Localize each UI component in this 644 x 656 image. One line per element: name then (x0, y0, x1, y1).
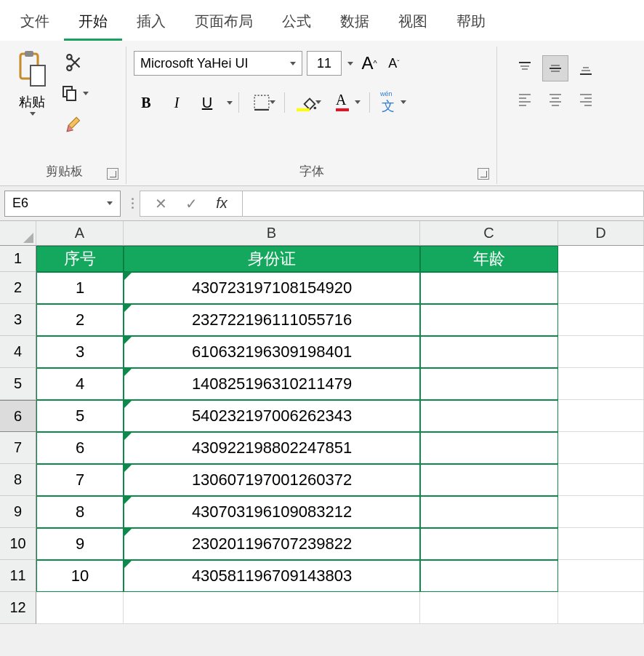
header-age[interactable]: 年龄 (420, 246, 558, 272)
header-id[interactable]: 身份证 (124, 246, 420, 272)
cell[interactable] (558, 496, 644, 528)
row-header[interactable]: 2 (0, 272, 36, 304)
cell-seq[interactable]: 1 (36, 272, 124, 304)
cell[interactable] (558, 368, 644, 400)
col-header-a[interactable]: A (36, 221, 124, 246)
paste-button[interactable]: 粘贴 (10, 47, 54, 119)
cell-id[interactable]: 430703196109083212 (124, 496, 420, 528)
tab-layout[interactable]: 页面布局 (180, 6, 267, 41)
cell-id[interactable]: 232722196111055716 (124, 304, 420, 336)
cell-seq[interactable]: 2 (36, 304, 124, 336)
cell-id[interactable]: 130607197001260372 (124, 464, 420, 496)
cell-seq[interactable]: 8 (36, 496, 124, 528)
cut-button[interactable] (61, 51, 89, 74)
cell-seq[interactable]: 6 (36, 432, 124, 464)
row-header[interactable]: 5 (0, 368, 36, 400)
cell-age[interactable] (420, 272, 558, 304)
copy-button[interactable] (61, 81, 89, 105)
header-seq[interactable]: 序号 (36, 246, 124, 272)
cell[interactable] (558, 304, 644, 336)
cell-age[interactable] (420, 368, 558, 400)
tab-file[interactable]: 文件 (6, 6, 64, 41)
cell[interactable] (558, 400, 644, 432)
borders-button[interactable] (245, 90, 278, 115)
cell-age[interactable] (420, 432, 558, 464)
cancel-formula-button[interactable]: ✕ (146, 191, 175, 216)
cell-id[interactable]: 430581196709143803 (124, 560, 420, 592)
align-left-button[interactable] (512, 86, 538, 112)
col-header-b[interactable]: B (124, 221, 420, 246)
tab-help[interactable]: 帮助 (442, 6, 500, 41)
formula-input[interactable] (243, 191, 644, 217)
cell-age[interactable] (420, 528, 558, 560)
cell-age[interactable] (420, 304, 558, 336)
fill-color-button[interactable] (291, 90, 324, 115)
cell[interactable] (558, 246, 644, 272)
cell-seq[interactable]: 9 (36, 528, 124, 560)
phonetic-guide-button[interactable]: wén 文 (376, 90, 409, 115)
name-box[interactable]: E6 (4, 191, 121, 217)
shrink-font-button[interactable]: Aˇ (382, 51, 406, 76)
select-all-corner[interactable] (0, 221, 36, 246)
row-header[interactable]: 10 (0, 528, 36, 560)
bold-button[interactable]: B (134, 90, 158, 115)
underline-button[interactable]: U (195, 90, 220, 115)
cell[interactable] (558, 432, 644, 464)
cell-age[interactable] (420, 496, 558, 528)
grow-font-button[interactable]: A^ (358, 51, 381, 76)
cell-id[interactable]: 540232197006262343 (124, 400, 420, 432)
row-header[interactable]: 1 (0, 246, 36, 272)
cell[interactable] (558, 464, 644, 496)
tab-insert[interactable]: 插入 (122, 6, 180, 41)
cell-seq[interactable]: 4 (36, 368, 124, 400)
cell-id[interactable]: 230201196707239822 (124, 528, 420, 560)
row-header[interactable]: 4 (0, 336, 36, 368)
chevron-down-icon[interactable] (347, 62, 353, 65)
tab-formulas[interactable]: 公式 (267, 6, 326, 41)
italic-button[interactable]: I (164, 90, 189, 115)
accept-formula-button[interactable]: ✓ (177, 191, 206, 216)
col-header-d[interactable]: D (558, 221, 644, 246)
align-center-button[interactable] (542, 86, 568, 112)
col-header-c[interactable]: C (420, 221, 558, 246)
font-color-button[interactable]: A (330, 90, 363, 115)
align-bottom-button[interactable] (573, 55, 599, 81)
row-header[interactable]: 11 (0, 560, 36, 592)
row-header[interactable]: 7 (0, 432, 36, 464)
row-header[interactable]: 3 (0, 304, 36, 336)
dialog-launcher-icon[interactable] (107, 168, 118, 180)
cell[interactable] (558, 272, 644, 304)
cell-seq[interactable]: 3 (36, 336, 124, 368)
cell[interactable] (558, 560, 644, 592)
font-name-combo[interactable]: Microsoft YaHei UI (134, 51, 302, 76)
row-header[interactable]: 9 (0, 496, 36, 528)
align-top-button[interactable] (512, 55, 538, 81)
cell[interactable] (36, 592, 124, 624)
cell-id[interactable]: 430723197108154920 (124, 272, 420, 304)
cell-id[interactable]: 430922198802247851 (124, 432, 420, 464)
cell-age[interactable] (420, 400, 558, 432)
cell-age[interactable] (420, 560, 558, 592)
tab-home[interactable]: 开始 (64, 6, 122, 41)
tab-data[interactable]: 数据 (326, 6, 384, 41)
row-header[interactable]: 6 (0, 400, 36, 432)
cell[interactable] (558, 528, 644, 560)
align-middle-button[interactable] (542, 55, 568, 81)
cell-seq[interactable]: 7 (36, 464, 124, 496)
row-header[interactable]: 12 (0, 592, 36, 624)
cell-id[interactable]: 610632196309198401 (124, 336, 420, 368)
cell[interactable] (558, 336, 644, 368)
cell[interactable] (420, 592, 558, 624)
format-painter-button[interactable] (61, 112, 89, 135)
tab-view[interactable]: 视图 (384, 6, 442, 41)
cell-seq[interactable]: 10 (36, 560, 124, 592)
dialog-launcher-icon[interactable] (478, 168, 489, 180)
cell[interactable] (558, 592, 644, 624)
chevron-down-icon[interactable] (227, 101, 233, 105)
font-size-combo[interactable]: 11 (307, 51, 342, 76)
cell-age[interactable] (420, 336, 558, 368)
row-header[interactable]: 8 (0, 464, 36, 496)
cell-seq[interactable]: 5 (36, 400, 124, 432)
cell[interactable] (124, 592, 420, 624)
cell-id[interactable]: 140825196310211479 (124, 368, 420, 400)
